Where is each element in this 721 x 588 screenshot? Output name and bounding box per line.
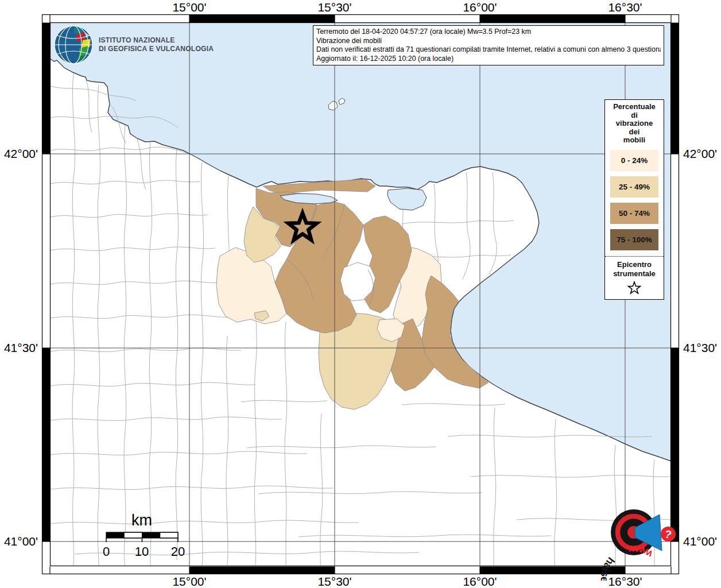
legend-box: Percentuale di vibrazione dei mobili 0 -…: [604, 99, 664, 300]
legend-epicenter-label: Epicentro: [605, 260, 664, 269]
lon-label-bottom-1500: 15°00': [172, 575, 206, 588]
scale-tick-20: 20: [171, 544, 185, 559]
legend-class-75-100: 75 - 100%: [610, 229, 658, 250]
scale-tick-0: 0: [103, 544, 110, 559]
lon-label-bottom-1530: 15°30': [317, 575, 351, 588]
scale-tick-10: 10: [135, 544, 149, 559]
event-title: Terremoto del 18-04-2020 04:57:27 (ora l…: [316, 28, 661, 37]
legend-class-50-74: 50 - 74%: [610, 203, 658, 224]
legend-class-25-49: 25 - 49%: [610, 176, 658, 198]
ingv-globe-logo: [53, 24, 94, 65]
svg-text:haisentitoilterremoto.it: haisentitoilterremoto.it: [599, 555, 668, 581]
event-info-box: Terremoto del 18-04-2020 04:57:27 (ora l…: [313, 25, 664, 65]
lat-label-left-4200: 42°00': [0, 147, 38, 161]
epicenter-star-icon: [626, 281, 642, 296]
haisentitoilterremoto-logo: ? haisentitoilterremoto.it www.: [584, 484, 683, 581]
event-map-subject: Vibrazione dei mobili: [316, 37, 661, 46]
lon-label-top-1630: 16°30': [608, 1, 642, 14]
ingv-branding: ISTITUTO NAZIONALE DI GEOFISICA E VULCAN…: [53, 24, 217, 65]
watermark-url-main: haisentitoilterremoto: [599, 555, 665, 581]
scale-bar-unit: km: [131, 512, 152, 529]
lon-label-top-1500: 15°00': [172, 1, 206, 14]
event-updated-at: Aggiornato il: 16-12-2025 10:20 (ora loc…: [316, 55, 661, 64]
ingv-name-line2: DI GEOFISICA E VULCANOLOGIA: [99, 45, 214, 53]
lat-label-right-4200: 42°00': [683, 147, 721, 161]
map-page: km 0 10 20: [0, 0, 721, 588]
lon-label-bottom-1600: 16°00': [463, 575, 497, 588]
legend-class-0-24: 0 - 24%: [610, 150, 658, 171]
event-data-note: Dati non verificati estratti da 71 quest…: [316, 45, 661, 55]
ingv-name-line1: ISTITUTO NAZIONALE: [99, 36, 214, 45]
lon-label-top-1530: 15°30': [317, 1, 351, 14]
lat-label-left-4130: 41°30': [0, 341, 38, 355]
legend-title: Percentuale: [605, 103, 664, 111]
lat-label-right-4130: 41°30': [683, 341, 721, 355]
lat-label-right-4100: 41°00': [683, 535, 721, 548]
lon-label-top-1600: 16°00': [463, 1, 497, 14]
lat-label-left-4100: 41°00': [0, 535, 38, 548]
legend-divider: [605, 256, 664, 257]
